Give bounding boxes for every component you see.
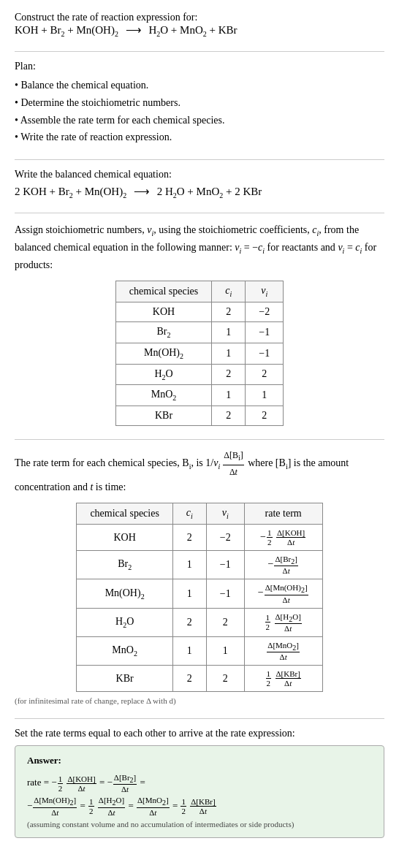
- rt-species-koh: KOH: [77, 524, 172, 550]
- species-h2o: H2O: [115, 364, 211, 385]
- rt-term-mno2: Δ[MnO2]Δt: [244, 636, 322, 665]
- rate-word: rate: [27, 777, 41, 788]
- divider-5: [15, 718, 384, 719]
- species-br2: Br2: [115, 321, 211, 343]
- header-section: Construct the rate of reaction expressio…: [15, 12, 384, 38]
- rt-species-mno2: MnO2: [77, 636, 172, 665]
- vi-mnoh2: −1: [246, 343, 284, 364]
- plan-item-2: • Determine the stoichiometric numbers.: [15, 94, 384, 112]
- plan-section: Plan: • Balance the chemical equation. •…: [15, 61, 384, 146]
- rt-term-br2: −Δ[Br2]Δt: [244, 551, 322, 579]
- rate-col-vi: νi: [206, 503, 244, 525]
- species-kbr: KBr: [115, 406, 211, 426]
- table-row: KOH 2 −2: [115, 302, 283, 321]
- rate-table-container: chemical species ci νi rate term KOH 2 −…: [15, 503, 384, 692]
- table-row: KBr 2 2 12 Δ[KBr]Δt: [77, 666, 322, 692]
- species-koh: KOH: [115, 302, 211, 321]
- infinitesimal-note: (for infinitesimal rate of change, repla…: [15, 696, 384, 705]
- table-row: Br2 1 −1: [115, 321, 283, 343]
- rt-vi-mno2: 1: [206, 636, 244, 665]
- rt-vi-h2o: 2: [206, 608, 244, 636]
- plan-item-1: • Balance the chemical equation.: [15, 77, 384, 94]
- stoich-table-container: chemical species ci νi KOH 2 −2 Br2 1 −1…: [15, 281, 384, 426]
- reaction-equation: KOH + Br2 + Mn(OH)2 ⟶ H2O + MnO2 + KBr: [15, 23, 384, 38]
- answer-label: Answer:: [27, 755, 372, 766]
- rt-species-kbr: KBr: [77, 666, 172, 692]
- stoich-col-ci: ci: [212, 281, 246, 302]
- rate-col-ci: ci: [172, 503, 206, 525]
- rate-table: chemical species ci νi rate term KOH 2 −…: [76, 503, 322, 692]
- vi-kbr: 2: [246, 406, 284, 426]
- species-mnoh2: Mn(OH)2: [115, 343, 211, 364]
- vi-koh: −2: [246, 302, 284, 321]
- ci-br2: 1: [212, 321, 246, 343]
- table-row: H2O 2 2: [115, 364, 283, 385]
- assumption-note: (assuming constant volume and no accumul…: [27, 820, 372, 829]
- ci-kbr: 2: [212, 406, 246, 426]
- balanced-section: Write the balanced chemical equation: 2 …: [15, 169, 384, 199]
- rt-ci-koh: 2: [172, 524, 206, 550]
- rt-vi-kbr: 2: [206, 666, 244, 692]
- table-row: KBr 2 2: [115, 406, 283, 426]
- divider-3: [15, 213, 384, 213]
- divider-1: [15, 51, 384, 52]
- stoich-col-vi: νi: [246, 281, 284, 302]
- ci-mno2: 1: [212, 385, 246, 406]
- stoich-table: chemical species ci νi KOH 2 −2 Br2 1 −1…: [115, 281, 284, 426]
- balanced-label: Write the balanced chemical equation:: [15, 169, 384, 180]
- set-equal-label: Set the rate terms equal to each other t…: [15, 728, 384, 739]
- rate-equation: rate = −12 Δ[KOH]Δt = −Δ[Br2]Δt = −Δ[Mn(…: [27, 771, 372, 816]
- balanced-equation: 2 KOH + Br2 + Mn(OH)2 ⟶ 2 H2O + MnO2 + 2…: [15, 185, 384, 199]
- rate-term-intro: The rate term for each chemical species,…: [15, 449, 384, 495]
- ci-h2o: 2: [212, 364, 246, 385]
- vi-br2: −1: [246, 321, 284, 343]
- table-row: KOH 2 −2 −12 Δ[KOH]Δt: [77, 524, 322, 550]
- rate-col-term: rate term: [244, 503, 322, 525]
- plan-item-3: • Assemble the rate term for each chemic…: [15, 112, 384, 129]
- rt-term-mnoh2: −Δ[Mn(OH)2]Δt: [244, 579, 322, 608]
- answer-section: Set the rate terms equal to each other t…: [15, 728, 384, 837]
- rt-species-h2o: H2O: [77, 608, 172, 636]
- rt-term-koh: −12 Δ[KOH]Δt: [244, 524, 322, 550]
- table-row: MnO2 1 1 Δ[MnO2]Δt: [77, 636, 322, 665]
- rt-term-kbr: 12 Δ[KBr]Δt: [244, 666, 322, 692]
- divider-4: [15, 439, 384, 440]
- stoich-section: Assign stoichiometric numbers, νi, using…: [15, 222, 384, 426]
- stoich-col-species: chemical species: [115, 281, 211, 302]
- rt-species-mnoh2: Mn(OH)2: [77, 579, 172, 608]
- table-row: MnO2 1 1: [115, 385, 283, 406]
- plan-title: Plan:: [15, 61, 384, 72]
- stoich-intro: Assign stoichiometric numbers, νi, using…: [15, 222, 384, 273]
- rt-vi-koh: −2: [206, 524, 244, 550]
- answer-box: Answer: rate = −12 Δ[KOH]Δt = −Δ[Br2]Δt …: [15, 745, 384, 837]
- rt-ci-mno2: 1: [172, 636, 206, 665]
- table-row: Br2 1 −1 −Δ[Br2]Δt: [77, 551, 322, 579]
- divider-2: [15, 159, 384, 160]
- instruction-text: Construct the rate of reaction expressio…: [15, 12, 384, 23]
- rate-term-section: The rate term for each chemical species,…: [15, 449, 384, 705]
- vi-mno2: 1: [246, 385, 284, 406]
- rt-ci-br2: 1: [172, 551, 206, 579]
- plan-item-4: • Write the rate of reaction expression.: [15, 129, 384, 146]
- vi-h2o: 2: [246, 364, 284, 385]
- table-row: Mn(OH)2 1 −1 −Δ[Mn(OH)2]Δt: [77, 579, 322, 608]
- species-mno2: MnO2: [115, 385, 211, 406]
- rt-ci-kbr: 2: [172, 666, 206, 692]
- rt-vi-mnoh2: −1: [206, 579, 244, 608]
- table-row: H2O 2 2 12 Δ[H2O]Δt: [77, 608, 322, 636]
- rt-vi-br2: −1: [206, 551, 244, 579]
- rt-species-br2: Br2: [77, 551, 172, 579]
- rt-term-h2o: 12 Δ[H2O]Δt: [244, 608, 322, 636]
- ci-mnoh2: 1: [212, 343, 246, 364]
- rt-ci-mnoh2: 1: [172, 579, 206, 608]
- table-row: Mn(OH)2 1 −1: [115, 343, 283, 364]
- rate-col-species: chemical species: [77, 503, 172, 525]
- ci-koh: 2: [212, 302, 246, 321]
- rt-ci-h2o: 2: [172, 608, 206, 636]
